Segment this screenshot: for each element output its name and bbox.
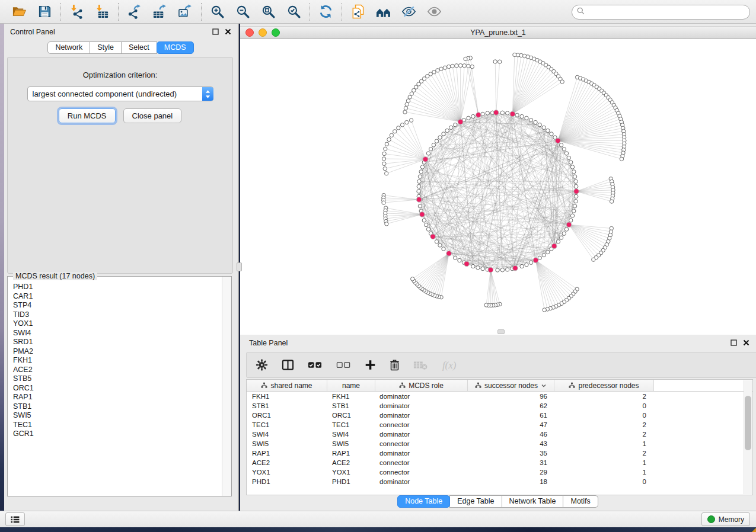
zoom-out-icon[interactable]	[235, 4, 251, 20]
tab-node-table[interactable]: Node Table	[397, 495, 450, 508]
column-header-shared-name[interactable]: shared name	[247, 380, 327, 391]
first-neighbors-icon[interactable]	[375, 4, 391, 20]
result-node[interactable]: RAP1	[13, 393, 222, 402]
export-network-icon[interactable]	[126, 4, 142, 20]
column-header-name[interactable]: name	[327, 380, 375, 391]
unselect-all-checkboxes-icon[interactable]	[336, 358, 351, 372]
result-node[interactable]: SRD1	[13, 338, 222, 347]
float-panel-icon[interactable]	[211, 28, 219, 36]
table-cell: 2	[552, 450, 651, 457]
task-history-button[interactable]	[5, 512, 25, 526]
zoom-selected-icon[interactable]	[286, 4, 302, 20]
result-list-scrollbar[interactable]	[222, 277, 231, 496]
result-node[interactable]: STB5	[13, 374, 222, 384]
close-table-panel-icon[interactable]	[742, 339, 750, 347]
criterion-dropdown[interactable]: largest connected component (undirected)	[27, 86, 213, 101]
import-table-icon[interactable]	[94, 4, 110, 20]
result-node[interactable]: STB1	[13, 402, 222, 412]
table-cell: 29	[466, 469, 552, 476]
column-header-successor-nodes[interactable]: successor nodes	[468, 380, 554, 391]
table-scrollbar-thumb[interactable]	[745, 396, 751, 450]
table-panel-tabs: Node TableEdge TableNetwork TableMotifs	[240, 495, 756, 508]
run-mcds-button[interactable]: Run MCDS	[59, 108, 116, 123]
network-window-titlebar[interactable]: YPA_prune.txt_1	[240, 26, 756, 39]
function-builder-icon[interactable]: f(x)	[441, 358, 461, 372]
search-icon	[576, 7, 585, 18]
table-cell: TEC1	[327, 421, 374, 428]
result-node[interactable]: SWI5	[13, 411, 222, 421]
memory-button[interactable]: Memory	[701, 512, 750, 526]
result-node[interactable]: PHD1	[13, 283, 222, 292]
search-box[interactable]	[572, 5, 750, 20]
column-header-mcds-role[interactable]: MCDS role	[375, 380, 468, 391]
result-node[interactable]: ORC1	[13, 384, 222, 393]
result-node[interactable]: CAR1	[13, 292, 222, 302]
control-panel-tabs: NetworkStyleSelectMCDS	[4, 41, 238, 54]
close-panel-button[interactable]: Close panel	[123, 108, 182, 123]
export-table-icon[interactable]	[152, 4, 168, 20]
table-row[interactable]: SWI5SWI5connector431	[247, 439, 752, 448]
select-all-checkboxes-icon[interactable]	[308, 358, 323, 372]
vertical-splitter-handle[interactable]	[237, 262, 242, 271]
share-document-icon[interactable]	[350, 4, 366, 20]
zoom-fit-icon[interactable]	[260, 4, 276, 20]
tab-edge-table[interactable]: Edge Table	[449, 495, 502, 508]
columns-icon[interactable]	[282, 358, 294, 372]
horizontal-splitter-handle[interactable]	[497, 329, 505, 334]
result-node[interactable]: TEC1	[13, 421, 222, 430]
gear-icon[interactable]	[256, 358, 268, 372]
table-row[interactable]: TEC1TEC1connector472	[247, 420, 752, 430]
table-cell: 1	[552, 459, 651, 466]
delete-table-icon[interactable]	[413, 358, 428, 372]
table-row[interactable]: YOX1YOX1connector291	[247, 467, 752, 477]
tab-network[interactable]: Network	[47, 41, 90, 54]
table-row[interactable]: PHD1PHD1dominator180	[247, 477, 752, 486]
desktop-wallpaper-left	[0, 24, 4, 532]
network-view-canvas[interactable]	[240, 39, 756, 335]
table-row[interactable]: RAP1RAP1dominator352	[247, 448, 752, 458]
table-cell: YOX1	[327, 469, 374, 476]
tab-mcds[interactable]: MCDS	[157, 41, 194, 54]
result-node[interactable]: STP4	[13, 301, 222, 310]
save-icon[interactable]	[37, 4, 53, 20]
node-table-header: shared namenameMCDS rolesuccessor nodesp…	[247, 380, 752, 392]
table-cell: 46	[466, 431, 552, 438]
table-row[interactable]: ORC1ORC1dominator610	[247, 411, 752, 420]
hide-selected-icon[interactable]	[401, 4, 417, 20]
result-node[interactable]: FKH1	[13, 356, 222, 366]
tab-motifs[interactable]: Motifs	[563, 495, 598, 508]
table-cell: 18	[466, 478, 552, 485]
table-cell: dominator	[374, 478, 466, 485]
add-icon[interactable]	[365, 358, 376, 372]
network-graph-svg	[240, 39, 756, 335]
result-node[interactable]: PMA2	[13, 347, 222, 357]
table-cell: SWI4	[247, 431, 327, 438]
result-node[interactable]: TID3	[13, 310, 222, 320]
tab-select[interactable]: Select	[121, 41, 157, 54]
open-folder-icon[interactable]	[11, 4, 27, 20]
tab-style[interactable]: Style	[90, 41, 122, 54]
table-row[interactable]: FKH1FKH1dominator962	[247, 392, 752, 401]
zoom-in-icon[interactable]	[209, 4, 225, 20]
result-node[interactable]: ACE2	[13, 366, 222, 375]
close-panel-icon[interactable]	[224, 28, 232, 36]
trash-icon[interactable]	[390, 358, 400, 372]
table-row[interactable]: SWI4SWI4dominator462	[247, 430, 752, 439]
table-row[interactable]: STB1STB1dominator620	[247, 401, 752, 411]
table-cell: FKH1	[247, 393, 327, 400]
refresh-icon[interactable]	[318, 4, 334, 20]
table-scrollbar[interactable]	[744, 380, 752, 494]
show-all-icon[interactable]	[426, 4, 442, 20]
table-cell: dominator	[374, 431, 466, 438]
table-cell: 35	[466, 450, 552, 457]
search-input[interactable]	[585, 7, 749, 18]
result-node[interactable]: YOX1	[13, 319, 222, 329]
result-node[interactable]: SWI4	[13, 329, 222, 338]
tab-network-table[interactable]: Network Table	[502, 495, 564, 508]
table-row[interactable]: ACE2ACE2connector311	[247, 458, 752, 467]
export-image-icon[interactable]	[177, 4, 193, 20]
result-node[interactable]: GCR1	[13, 430, 222, 439]
column-header-predecessor-nodes[interactable]: predecessor nodes	[554, 380, 654, 391]
float-table-panel-icon[interactable]	[729, 339, 738, 347]
import-network-icon[interactable]	[69, 4, 85, 20]
